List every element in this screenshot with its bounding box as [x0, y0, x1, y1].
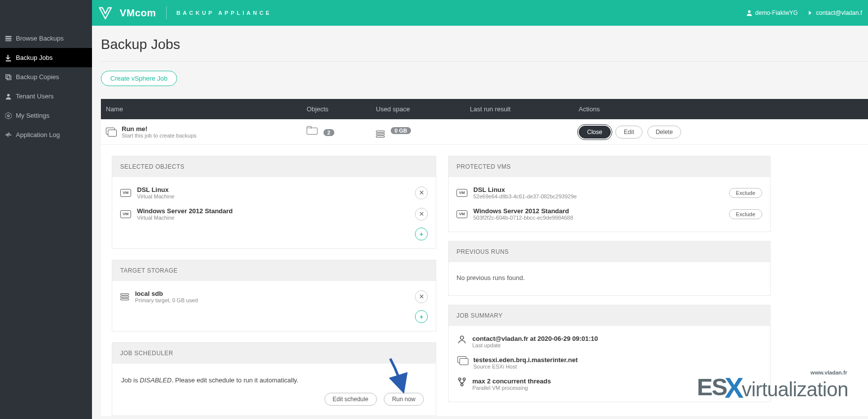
- edit-button[interactable]: Edit: [615, 126, 642, 139]
- sidebar-item-application-log[interactable]: Application Log: [0, 125, 92, 144]
- panel-heading: PREVIOUS RUNS: [449, 241, 770, 262]
- delete-button[interactable]: Delete: [647, 126, 682, 139]
- vm-icon: VM: [120, 189, 131, 197]
- user-icon: [5, 93, 12, 100]
- sidebar: Browse Backups Backup Jobs Backup Copies…: [0, 0, 92, 419]
- host-icon: [457, 356, 467, 365]
- list-item: VM DSL Linux 52e69e64-d8b3-4c61-de37-082…: [456, 182, 763, 203]
- watermark: www.vladan.fr ES X virtualization: [697, 375, 848, 399]
- list-item: local sdb Primary target, 0 GB used ✕: [119, 286, 429, 307]
- panel-heading: JOB SUMMARY: [449, 305, 770, 326]
- svg-point-10: [463, 378, 465, 380]
- col-used: Used space: [376, 105, 470, 113]
- run-now-button[interactable]: Run now: [384, 393, 424, 406]
- vm-icon: VM: [457, 189, 467, 197]
- selected-objects-panel: SELECTED OBJECTS VM DSL Linux Virtual Ma…: [112, 156, 436, 249]
- job-scheduler-panel: JOB SCHEDULER Job is DISABLED. Please ed…: [112, 342, 436, 416]
- sidebar-item-my-settings[interactable]: My Settings: [0, 106, 92, 125]
- remove-object-button[interactable]: ✕: [415, 208, 428, 221]
- brand-name: VMcom: [120, 7, 156, 19]
- caret-right-icon: [807, 9, 814, 16]
- svg-rect-3: [6, 74, 10, 78]
- create-vsphere-job-button[interactable]: Create vSphere Job: [101, 71, 177, 86]
- protected-vms-panel: PROTECTED VMS VM DSL Linux 52e69e64-d8b3…: [448, 156, 771, 232]
- scheduler-status-text: Job is DISABLED. Please edit schedule to…: [119, 369, 429, 393]
- logo-icon: [98, 5, 113, 20]
- previous-runs-panel: PREVIOUS RUNS No previous runs found.: [448, 241, 771, 296]
- database-icon: [376, 131, 385, 138]
- user-icon: [746, 9, 753, 16]
- contact-link[interactable]: contact@vladan.f: [807, 9, 862, 16]
- table-header: Name Objects Used space Last run result …: [101, 99, 868, 119]
- demo-user[interactable]: demo-FiakIwYG: [746, 9, 798, 16]
- sidebar-item-label: My Settings: [16, 112, 49, 119]
- job-hint: Start this job to create backups: [122, 133, 196, 139]
- annotation-arrow-icon: [386, 357, 406, 386]
- brand-separator: [166, 6, 167, 19]
- copy-icon: [5, 74, 12, 81]
- topbar: VMcom BACKUP APPLIANCE demo-FiakIwYG con…: [92, 0, 868, 26]
- svg-point-7: [748, 10, 750, 13]
- remove-storage-button[interactable]: ✕: [415, 290, 428, 303]
- sidebar-item-backup-jobs[interactable]: Backup Jobs: [0, 48, 92, 67]
- summary-row: testesxi.eden.brq.i.masterinter.net Sour…: [456, 352, 763, 373]
- gear-icon: [5, 112, 12, 119]
- sidebar-item-label: Browse Backups: [16, 35, 64, 42]
- summary-row: contact@vladan.fr at 2020-06-29 09:01:10…: [456, 331, 763, 352]
- col-last: Last run result: [470, 105, 579, 113]
- previous-runs-empty: No previous runs found.: [456, 267, 763, 288]
- sidebar-item-browse-backups[interactable]: Browse Backups: [0, 29, 92, 48]
- download-icon: [5, 54, 12, 61]
- exclude-button[interactable]: Exclude: [729, 188, 762, 198]
- branch-icon: [457, 377, 466, 388]
- database-icon: [120, 293, 129, 300]
- add-object-button[interactable]: +: [415, 228, 428, 240]
- heartbeat-icon: [5, 132, 12, 139]
- sidebar-item-backup-copies[interactable]: Backup Copies: [0, 67, 92, 87]
- svg-point-8: [460, 336, 464, 340]
- table-row[interactable]: Run me! Start this job to create backups…: [101, 119, 868, 145]
- sidebar-item-label: Tenant Users: [16, 93, 54, 100]
- exclude-button[interactable]: Exclude: [729, 209, 762, 219]
- vm-icon: VM: [120, 210, 131, 218]
- panel-heading: SELECTED OBJECTS: [112, 156, 436, 177]
- page-title: Backup Jobs: [101, 37, 868, 52]
- vm-icon: VM: [457, 210, 467, 218]
- sidebar-item-label: Application Log: [16, 131, 60, 139]
- object-count-badge: 2: [323, 129, 334, 136]
- col-name: Name: [106, 105, 307, 113]
- list-item: VM Windows Server 2012 Standard 503f2f2c…: [456, 203, 763, 225]
- col-objects: Objects: [307, 105, 376, 113]
- jobs-table: Name Objects Used space Last run result …: [101, 99, 868, 416]
- job-name: Run me!: [122, 125, 196, 133]
- add-storage-button[interactable]: +: [415, 310, 428, 323]
- svg-point-6: [7, 115, 9, 117]
- svg-rect-0: [5, 36, 11, 37]
- target-storage-panel: TARGET STORAGE local sdb Primary target,…: [112, 260, 436, 331]
- sidebar-item-label: Backup Jobs: [16, 54, 52, 61]
- used-space-badge: 0 GB: [391, 127, 411, 134]
- user-outline-icon: [457, 335, 466, 345]
- folder-icon: [307, 128, 318, 135]
- remove-object-button[interactable]: ✕: [415, 186, 428, 199]
- close-button[interactable]: Close: [579, 126, 611, 139]
- list-icon: [5, 35, 12, 42]
- list-item: VM DSL Linux Virtual Machine ✕: [119, 182, 429, 203]
- job-icon: [106, 128, 116, 137]
- col-actions: Actions: [579, 105, 863, 113]
- svg-point-5: [7, 93, 9, 96]
- sidebar-item-label: Backup Copies: [16, 73, 59, 81]
- panel-heading: TARGET STORAGE: [112, 260, 436, 281]
- panel-heading: PROTECTED VMS: [449, 156, 770, 177]
- brand-subtitle: BACKUP APPLIANCE: [177, 10, 272, 16]
- svg-point-11: [461, 384, 463, 386]
- list-item: VM Windows Server 2012 Standard Virtual …: [119, 203, 429, 225]
- sidebar-item-tenant-users[interactable]: Tenant Users: [0, 87, 92, 106]
- edit-schedule-button[interactable]: Edit schedule: [324, 393, 377, 406]
- svg-rect-4: [7, 76, 11, 80]
- svg-point-9: [458, 378, 461, 380]
- divider: [101, 61, 868, 62]
- svg-rect-2: [5, 40, 11, 41]
- svg-rect-1: [5, 38, 11, 40]
